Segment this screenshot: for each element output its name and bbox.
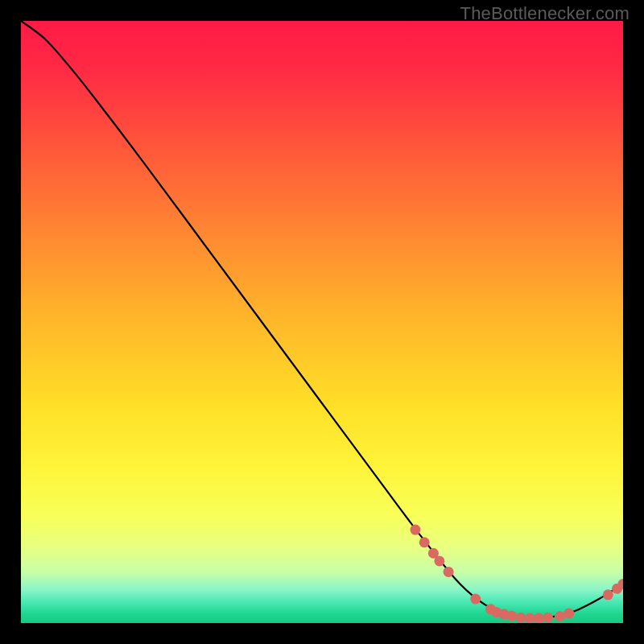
data-marker — [419, 537, 430, 547]
chart-svg — [21, 21, 623, 623]
data-marker — [470, 594, 481, 605]
data-marker — [534, 613, 544, 623]
data-marker — [525, 613, 535, 623]
data-marker — [444, 567, 454, 577]
gradient-background — [21, 21, 623, 623]
data-marker — [543, 613, 553, 623]
data-marker — [506, 611, 517, 621]
data-marker — [555, 611, 565, 621]
data-marker — [603, 589, 613, 600]
data-marker — [564, 609, 574, 619]
chart-frame: TheBottleneсker.com — [0, 0, 644, 644]
data-marker — [434, 555, 444, 566]
data-marker — [410, 525, 420, 535]
plot-area — [21, 21, 623, 623]
watermark-label: TheBottleneсker.com — [460, 3, 630, 24]
data-marker — [515, 613, 526, 623]
